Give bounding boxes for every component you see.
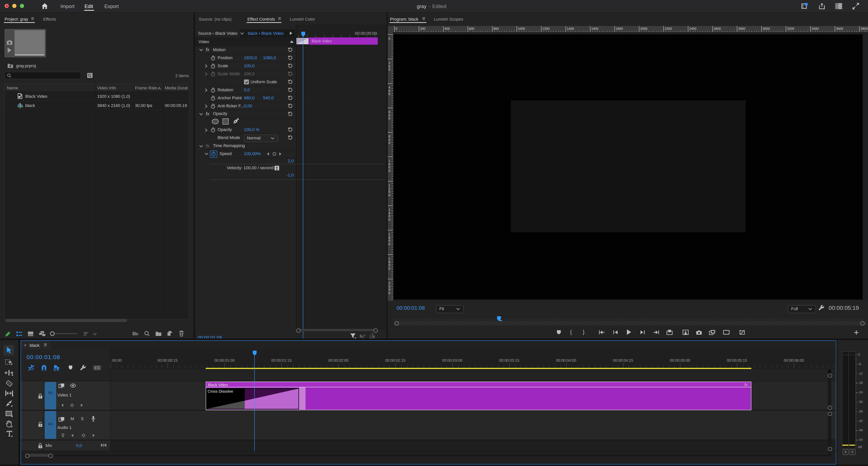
svg-text:Cross Dissolve: Cross Dissolve [208,389,233,393]
